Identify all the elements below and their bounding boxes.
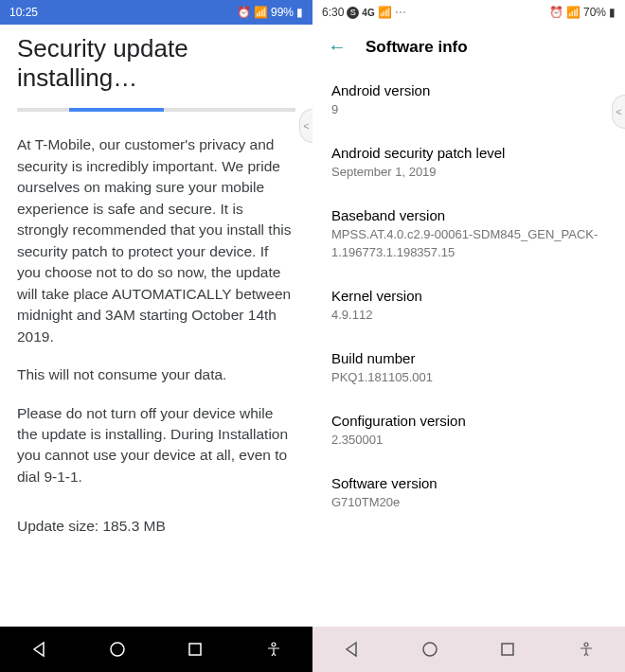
battery-icon: ▮ [296, 6, 303, 19]
wifi-icon: 📶 [378, 6, 392, 19]
body-paragraph-3: Please do not turn off your device while… [17, 403, 295, 488]
info-item[interactable]: Android security patch levelSeptember 1,… [331, 132, 606, 194]
svg-rect-1 [189, 644, 201, 655]
back-button[interactable] [342, 640, 361, 659]
svg-rect-4 [502, 644, 513, 655]
info-list: Android version9Android security patch l… [312, 69, 625, 525]
edge-panel-handle[interactable]: < [299, 109, 312, 143]
accessibility-icon[interactable] [264, 640, 283, 659]
progress-track [17, 108, 295, 112]
alarm-icon: ⏰ [237, 6, 251, 19]
info-item[interactable]: Baseband versionMPSS.AT.4.0.c2.9-00061-S… [331, 194, 606, 274]
page-title: Security update installing… [17, 34, 295, 93]
header-title: Software info [366, 38, 468, 57]
recents-button[interactable] [498, 640, 517, 659]
battery-percent: 70% [583, 6, 606, 19]
info-label: Android version [331, 82, 606, 98]
left-screenshot: 10:25 ⏰ 📶 99% ▮ Security update installi… [0, 0, 312, 672]
update-size-text: Update size: 185.3 MB [17, 518, 295, 535]
progress-bar [69, 108, 164, 112]
edge-panel-handle[interactable]: < [612, 95, 625, 129]
battery-percent: 99% [271, 6, 294, 19]
svg-point-3 [423, 643, 437, 656]
status-time: 10:25 [9, 6, 38, 19]
alarm-icon: ⏰ [549, 6, 563, 19]
home-button[interactable] [108, 640, 127, 659]
home-button[interactable] [420, 640, 439, 659]
network-type: 4G [362, 8, 374, 18]
recents-button[interactable] [186, 640, 205, 659]
info-value: September 1, 2019 [331, 164, 606, 181]
info-value: MPSS.AT.4.0.c2.9-00061-SDM845_GEN_PACK-1… [331, 226, 606, 260]
status-time: 6:30 [322, 6, 344, 19]
info-label: Configuration version [331, 413, 606, 429]
status-bar: 6:30 S 4G 📶 ⋯ ⏰ 📶 70% ▮ [312, 0, 625, 25]
info-value: 9 [331, 101, 606, 118]
more-icon: ⋯ [395, 6, 406, 19]
info-value: PKQ1.181105.001 [331, 369, 606, 386]
navigation-bar [312, 627, 625, 672]
back-arrow-icon[interactable]: ← [328, 36, 347, 58]
info-value: 4.9.112 [331, 307, 606, 324]
info-item[interactable]: Android version9 [331, 69, 606, 132]
info-label: Baseband version [331, 207, 606, 223]
navigation-bar [0, 627, 312, 672]
info-label: Build number [331, 350, 606, 366]
signal-icon: 📶 [566, 6, 580, 19]
info-item[interactable]: Configuration version2.350001 [331, 399, 606, 462]
body-paragraph-2: This will not consume your data. [17, 364, 295, 385]
signal-icon: 📶 [254, 6, 268, 19]
status-bar: 10:25 ⏰ 📶 99% ▮ [0, 0, 312, 25]
body-paragraph-1: At T-Mobile, our customer's privacy and … [17, 134, 295, 347]
info-value: 2.350001 [331, 432, 606, 449]
right-screenshot: 6:30 S 4G 📶 ⋯ ⏰ 📶 70% ▮ ← Software info … [312, 0, 625, 672]
info-item[interactable]: Software versionG710TM20e [331, 462, 606, 524]
accessibility-icon[interactable] [577, 640, 596, 659]
page-header: ← Software info [312, 25, 625, 69]
svg-point-5 [584, 643, 588, 646]
back-button[interactable] [29, 640, 48, 659]
info-label: Android security patch level [331, 145, 606, 161]
info-item[interactable]: Kernel version4.9.112 [331, 274, 606, 337]
info-label: Software version [331, 475, 606, 491]
battery-icon: ▮ [609, 6, 616, 19]
app-icon: S [347, 7, 359, 19]
svg-point-0 [111, 643, 124, 656]
svg-point-2 [272, 643, 276, 646]
info-label: Kernel version [331, 288, 606, 304]
info-item[interactable]: Build numberPKQ1.181105.001 [331, 337, 606, 399]
info-value: G710TM20e [331, 494, 606, 511]
